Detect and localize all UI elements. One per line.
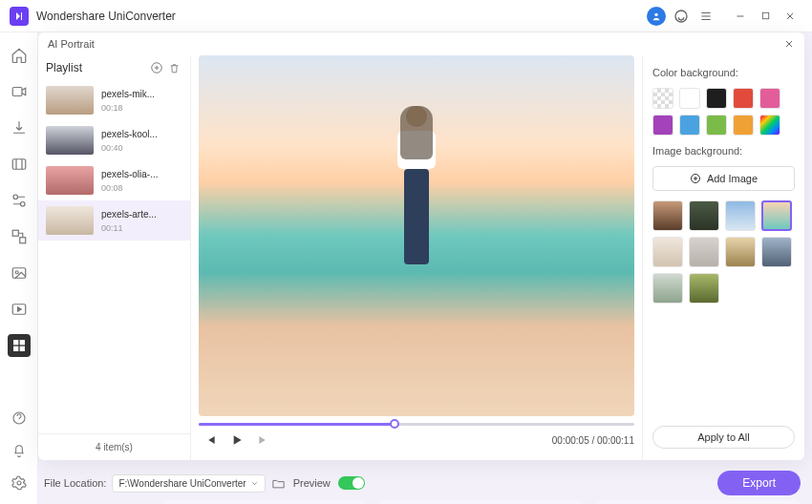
bg-image-option[interactable] [761,237,792,267]
playlist-item[interactable]: pexels-olia-... 00:08 [38,160,190,200]
svg-point-17 [17,481,21,485]
playlist-item[interactable]: pexels-kool... 00:40 [38,120,190,160]
svg-rect-8 [19,238,25,243]
bg-image-option[interactable] [689,237,719,267]
playlist-item[interactable]: pexels-mik... 00:18 [38,80,190,120]
toolbox-icon[interactable] [8,334,31,357]
playlist-thumb [46,126,94,155]
color-swatch[interactable] [733,115,754,136]
next-button[interactable] [256,432,271,448]
color-swatch[interactable] [652,115,673,136]
playback-time: 00:00:05 / 00:00:11 [552,435,634,446]
bg-image-option[interactable] [652,237,683,267]
apply-to-all-button[interactable]: Apply to All [652,426,795,449]
edit-icon[interactable] [8,189,31,212]
seek-slider[interactable] [199,423,634,426]
playlist-item-duration: 00:18 [101,103,155,113]
titlebar: Wondershare UniConverter [0,0,812,32]
bg-image-option[interactable] [689,273,719,304]
video-icon[interactable] [8,80,31,103]
close-button[interactable] [778,4,802,29]
account-icon[interactable] [644,4,669,29]
svg-rect-3 [12,88,22,96]
color-swatch[interactable] [679,88,700,109]
bg-image-option[interactable] [652,273,683,304]
playlist-thumb [46,166,94,195]
modal-title: AI Portrait [48,38,95,50]
color-swatch[interactable] [706,88,727,109]
minimize-button[interactable] [728,4,753,29]
playlist-panel: Playlist pexels-mik... 00:18 pexels-kool… [38,55,191,460]
svg-rect-9 [12,268,26,279]
playlist-item-name: pexels-arte... [101,209,157,220]
open-folder-icon[interactable] [271,476,286,491]
add-image-button[interactable]: Add Image [652,166,795,191]
svg-point-6 [20,202,25,207]
playlist-item-duration: 00:11 [101,223,157,233]
svg-point-0 [654,12,657,15]
workspace: AI Portrait Playlist pexels-mik... 00:18… [38,32,812,504]
modal-close-button[interactable] [783,38,795,50]
bg-image-option[interactable] [725,237,756,267]
player-icon[interactable] [8,298,31,321]
playlist-item-name: pexels-olia-... [101,169,158,179]
footer-bar: File Location: F:\Wondershare UniConvert… [44,466,801,500]
preview-label: Preview [293,477,331,489]
svg-point-5 [13,195,18,200]
svg-rect-14 [13,346,18,351]
bg-card: convert images to other formats. [162,500,366,504]
color-swatch[interactable] [652,88,673,109]
settings-panel: Color background: Image background: Add … [642,55,804,460]
bg-image-option[interactable] [689,200,719,231]
download-icon[interactable] [8,116,31,139]
color-swatch[interactable] [733,88,754,109]
playlist-item-duration: 00:08 [101,183,158,193]
bg-card: Auto-trend edit metadata of media files. [597,500,801,504]
playlist-thumb [46,206,94,235]
svg-rect-13 [19,340,24,345]
svg-point-10 [15,271,18,274]
prev-button[interactable] [203,432,218,448]
file-location-label: File Location: [44,477,106,489]
playlist-label: Playlist [46,61,82,74]
ai-portrait-modal: AI Portrait Playlist pexels-mik... 00:18… [38,32,804,460]
help-icon[interactable] [8,407,31,430]
home-icon[interactable] [8,44,31,67]
playlist-item-name: pexels-kool... [101,129,158,139]
playlist-item-duration: 00:40 [101,143,158,153]
bg-image-option[interactable] [725,200,756,231]
bg-card: make GIF from videos or pictures. [379,500,583,504]
maximize-button[interactable] [753,4,778,29]
color-swatch[interactable] [706,115,727,136]
file-location-dropdown[interactable]: F:\Wondershare UniConverter [112,474,265,493]
compress-icon[interactable] [8,153,31,176]
svg-rect-15 [19,346,24,351]
export-button[interactable]: Export [717,471,801,495]
left-sidebar [0,32,38,504]
menu-icon[interactable] [694,4,718,29]
support-icon[interactable] [669,4,694,29]
delete-icon[interactable] [165,59,182,76]
notifications-icon[interactable] [8,439,31,462]
color-swatch[interactable] [679,115,700,136]
svg-rect-4 [12,159,26,170]
image-icon[interactable] [8,262,31,284]
app-logo [10,7,29,26]
playlist-item[interactable]: pexels-arte... 00:11 [38,200,190,241]
preview-toggle[interactable] [338,476,365,490]
svg-rect-2 [762,12,768,18]
preview-canvas[interactable] [199,55,634,416]
svg-rect-7 [12,230,18,236]
color-swatch[interactable] [759,115,780,136]
preview-panel: 00:00:05 / 00:00:11 [191,55,642,460]
playlist-thumb [46,86,94,115]
color-swatch[interactable] [759,88,780,109]
bg-image-option[interactable] [652,200,683,231]
settings-icon[interactable] [8,472,31,494]
bg-image-option[interactable] [761,200,792,231]
playlist-count: 4 item(s) [38,433,190,460]
merge-icon[interactable] [8,225,31,248]
add-file-icon[interactable] [148,59,165,76]
app-title: Wondershare UniConverter [36,10,176,23]
play-button[interactable] [229,432,245,448]
